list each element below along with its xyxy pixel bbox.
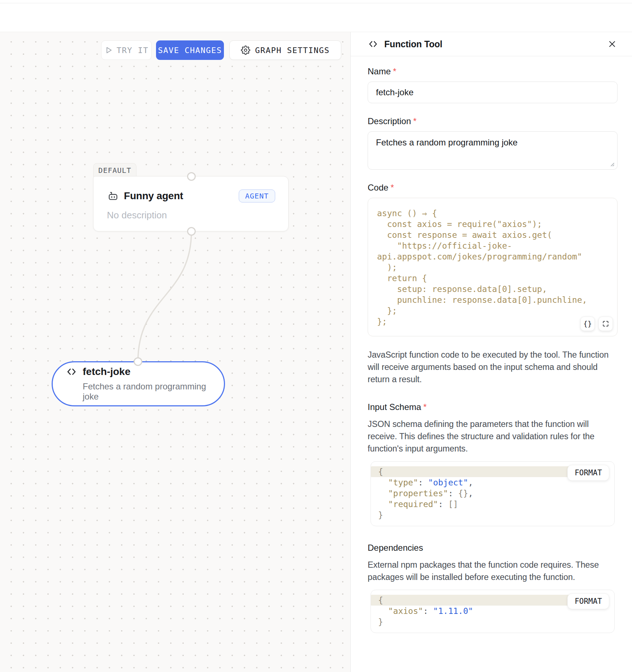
gear-icon xyxy=(241,45,250,55)
function-tool-panel: Function Tool Name* Description* Fetches… xyxy=(350,32,632,672)
tool-node-fetch-joke[interactable]: fetch-joke Fetches a random programming … xyxy=(52,361,225,406)
agent-node-description: No description xyxy=(107,210,275,221)
json-line: "properties": {}, xyxy=(371,488,614,499)
robot-icon xyxy=(107,190,119,202)
resize-grip-icon[interactable] xyxy=(609,161,615,167)
panel-title: Function Tool xyxy=(384,39,442,49)
try-it-label: TRY IT xyxy=(117,46,148,55)
name-input[interactable] xyxy=(368,82,618,103)
dependencies-label: Dependencies xyxy=(368,543,618,553)
graph-canvas[interactable] xyxy=(0,32,350,672)
format-braces-button[interactable]: {} xyxy=(580,317,595,331)
code-content: async () ⇒ { const axios = require("axio… xyxy=(377,208,609,327)
json-line: } xyxy=(371,510,614,520)
code-editor[interactable]: async () ⇒ { const axios = require("axio… xyxy=(368,198,618,336)
tool-node-title: fetch-joke xyxy=(83,366,130,378)
panel-header: Function Tool xyxy=(351,32,632,56)
agent-node-top-handle[interactable] xyxy=(187,172,196,181)
input-schema-label: Input Schema* xyxy=(368,402,618,412)
required-mark: * xyxy=(393,66,396,76)
code-help-text: JavaScript function code to be executed … xyxy=(368,349,618,385)
json-line: } xyxy=(371,616,614,627)
code-brackets-icon xyxy=(66,366,77,378)
input-schema-help-text: JSON schema defining the parameters that… xyxy=(368,418,618,455)
play-icon xyxy=(104,46,113,54)
code-label: Code* xyxy=(368,183,618,193)
function-tool-editor: TRY IT SAVE CHANGES GRAPH SETTINGS DEFAU… xyxy=(0,0,632,672)
required-mark: * xyxy=(390,183,394,192)
format-button[interactable]: FORMAT xyxy=(567,593,609,609)
description-textarea[interactable]: Fetches a random programming joke xyxy=(368,131,618,170)
json-line: "required": [] xyxy=(371,499,614,510)
description-label: Description* xyxy=(368,116,618,126)
dependencies-help-text: External npm packages that the function … xyxy=(368,559,618,583)
try-it-button[interactable]: TRY IT xyxy=(101,40,152,60)
input-schema-editor[interactable]: FORMAT { "type": "object", "properties":… xyxy=(371,461,615,526)
default-group-tab[interactable]: DEFAULT xyxy=(93,163,137,177)
top-divider xyxy=(0,3,632,3)
agent-node-funny-agent[interactable]: Funny agent AGENT No description xyxy=(93,176,289,231)
format-button[interactable]: FORMAT xyxy=(567,465,609,481)
agent-node-bottom-handle[interactable] xyxy=(187,227,196,236)
tool-node-top-handle[interactable] xyxy=(134,357,142,366)
expand-fullscreen-button[interactable] xyxy=(598,317,613,331)
default-group-label: DEFAULT xyxy=(98,166,131,175)
save-changes-button[interactable]: SAVE CHANGES xyxy=(156,40,224,60)
close-panel-button[interactable] xyxy=(607,39,618,49)
name-label: Name* xyxy=(368,66,618,77)
save-changes-label: SAVE CHANGES xyxy=(158,46,222,55)
agent-type-badge: AGENT xyxy=(239,189,275,202)
required-mark: * xyxy=(423,402,427,412)
code-brackets-icon xyxy=(368,39,378,49)
json-line: { xyxy=(371,595,580,606)
agent-node-title: Funny agent xyxy=(124,190,183,202)
tool-node-description: Fetches a random programming joke xyxy=(83,381,224,402)
graph-settings-label: GRAPH SETTINGS xyxy=(255,46,329,55)
graph-settings-button[interactable]: GRAPH SETTINGS xyxy=(229,40,341,60)
json-line: { xyxy=(371,466,580,477)
dependencies-editor[interactable]: FORMAT { "axios": "1.11.0" } xyxy=(371,590,615,633)
required-mark: * xyxy=(413,116,416,126)
